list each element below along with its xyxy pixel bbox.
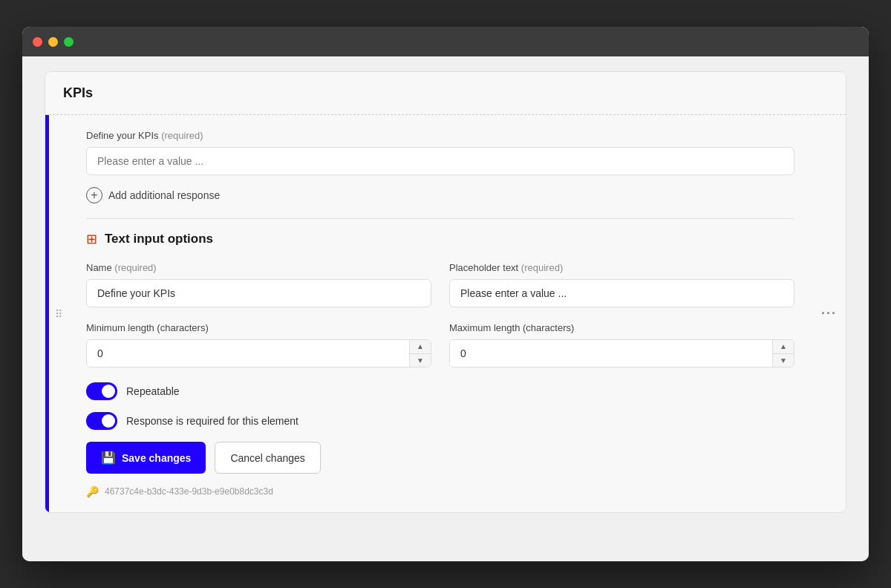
- uuid-row: 🔑 46737c4e-b3dc-433e-9d3b-e9e0b8dc3c3d: [86, 486, 794, 497]
- save-icon: 💾: [101, 451, 116, 465]
- repeatable-row: Repeatable: [86, 382, 794, 400]
- app-window: KPIs ⠿ Define your KPIs (required): [22, 27, 869, 561]
- name-input[interactable]: [86, 279, 431, 307]
- min-length-decrement[interactable]: ▼: [410, 354, 431, 368]
- repeatable-toggle[interactable]: [86, 382, 117, 400]
- kpis-input-section: Define your KPIs (required) + Add additi…: [86, 130, 794, 206]
- name-placeholder-row: Name (required) Placeholder text (requir…: [86, 262, 794, 307]
- max-length-decrement[interactable]: ▼: [773, 354, 794, 368]
- maximize-button[interactable]: [64, 37, 74, 47]
- section-heading: ⊞ Text input options: [86, 231, 794, 247]
- required-toggle[interactable]: [86, 412, 117, 430]
- key-icon: 🔑: [86, 486, 99, 497]
- card-body: ⠿ Define your KPIs (required) +: [45, 115, 846, 512]
- title-bar: [22, 27, 869, 56]
- text-input-options-section: ⊞ Text input options Name (required): [86, 231, 794, 497]
- min-length-col: Minimum length (characters) ▲ ▼: [86, 322, 431, 368]
- max-length-col: Maximum length (characters) ▲ ▼: [449, 322, 794, 368]
- length-row: Minimum length (characters) ▲ ▼: [86, 322, 794, 368]
- kpis-text-input[interactable]: [86, 147, 794, 175]
- kpis-field-label: Define your KPIs (required): [86, 130, 794, 141]
- max-length-input[interactable]: [450, 340, 772, 367]
- cancel-button[interactable]: Cancel changes: [215, 442, 320, 474]
- placeholder-required-indicator: (required): [521, 262, 563, 273]
- max-length-increment[interactable]: ▲: [773, 340, 794, 354]
- content-area: KPIs ⠿ Define your KPIs (required): [22, 56, 869, 561]
- more-menu-icon: ···: [821, 306, 837, 321]
- placeholder-input[interactable]: [449, 279, 794, 307]
- name-field-col: Name (required): [86, 262, 431, 307]
- section-divider: [86, 218, 794, 219]
- kpis-required-indicator: (required): [161, 130, 203, 141]
- page-title: KPIs: [63, 85, 828, 101]
- add-response-icon: +: [86, 187, 102, 203]
- placeholder-field-col: Placeholder text (required): [449, 262, 794, 307]
- max-length-label: Maximum length (characters): [449, 322, 794, 333]
- max-length-spinners: ▲ ▼: [772, 340, 794, 367]
- more-menu-button[interactable]: ···: [812, 306, 846, 321]
- save-button[interactable]: 💾 Save changes: [86, 442, 206, 474]
- minimize-button[interactable]: [48, 37, 58, 47]
- add-response-button[interactable]: + Add additional response: [86, 184, 220, 206]
- card-header: KPIs: [45, 72, 846, 114]
- min-length-increment[interactable]: ▲: [410, 340, 431, 354]
- required-label: Response is required for this element: [126, 415, 298, 427]
- form-section: Define your KPIs (required) + Add additi…: [68, 115, 812, 512]
- drag-handle[interactable]: ⠿: [49, 308, 68, 320]
- section-heading-text: Text input options: [105, 232, 213, 246]
- text-input-options-icon: ⊞: [86, 231, 97, 247]
- min-length-input[interactable]: [87, 340, 409, 367]
- name-field-label: Name (required): [86, 262, 431, 273]
- max-length-wrapper: ▲ ▼: [449, 339, 794, 368]
- traffic-lights: [33, 37, 74, 47]
- min-length-spinners: ▲ ▼: [409, 340, 431, 367]
- placeholder-field-label: Placeholder text (required): [449, 262, 794, 273]
- close-button[interactable]: [33, 37, 42, 47]
- required-row: Response is required for this element: [86, 412, 794, 430]
- name-required-indicator: (required): [114, 262, 156, 273]
- repeatable-label: Repeatable: [126, 385, 180, 397]
- button-row: 💾 Save changes Cancel changes: [86, 442, 794, 474]
- min-length-label: Minimum length (characters): [86, 322, 431, 333]
- min-length-wrapper: ▲ ▼: [86, 339, 431, 368]
- main-card: KPIs ⠿ Define your KPIs (required): [45, 71, 846, 513]
- drag-icon: ⠿: [55, 308, 62, 320]
- uuid-value: 46737c4e-b3dc-433e-9d3b-e9e0b8dc3c3d: [105, 486, 273, 497]
